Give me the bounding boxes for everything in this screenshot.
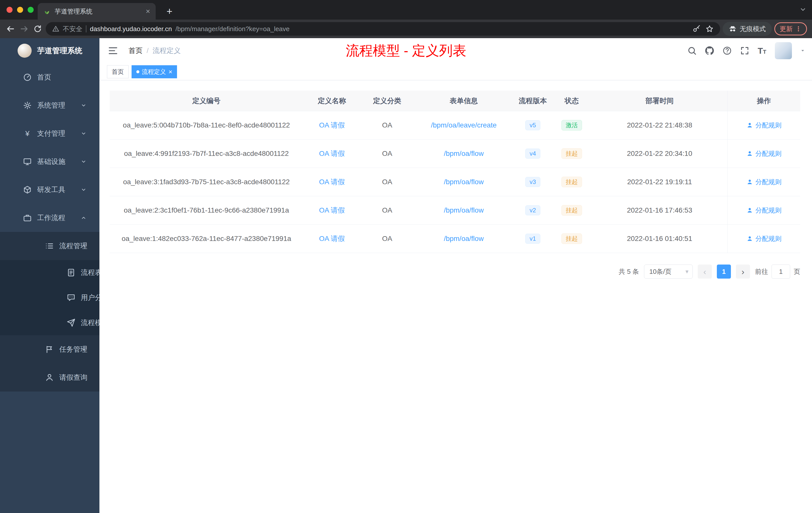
definition-name-link[interactable]: OA 请假 [319, 234, 345, 243]
sidebar-item-process-form[interactable]: 流程表单 [0, 260, 99, 285]
chevron-down-icon [81, 187, 86, 192]
list-icon [45, 242, 54, 250]
table-row: oa_leave:2:3c1f0ef1-76b1-11ec-9c66-a2380… [110, 196, 800, 224]
pagination-total: 共 5 条 [619, 267, 639, 276]
incognito-badge: 无痕模式 [723, 22, 772, 36]
bookmark-star-icon[interactable] [705, 25, 714, 33]
github-icon[interactable] [705, 46, 714, 55]
table-row: oa_leave:4:991f2193-7b7f-11ec-a3c8-acde4… [110, 140, 800, 168]
browser-window: 芋道管理系统 × + 不安全 dashboard.yudao.iocoder.c… [0, 0, 812, 513]
assign-rule-button[interactable]: 分配规则 [747, 206, 782, 215]
user-icon [747, 179, 753, 185]
search-icon[interactable] [688, 46, 696, 55]
breadcrumb-home[interactable]: 首页 [128, 46, 143, 56]
new-tab-button[interactable]: + [163, 4, 176, 18]
page-size-select[interactable]: 10条/页 ▾ [644, 265, 693, 279]
sidebar-item-infrastructure[interactable]: 基础设施 [0, 148, 99, 176]
version-tag: v4 [525, 149, 540, 159]
tag-home[interactable]: 首页 [107, 65, 128, 78]
browser-tab[interactable]: 芋道管理系统 × [38, 3, 156, 20]
form-link[interactable]: /bpm/oa/flow [444, 206, 484, 214]
fullscreen-icon[interactable] [740, 46, 749, 55]
assign-rule-label: 分配规则 [755, 121, 782, 130]
sidebar-item-leave-query[interactable]: 请假查询 [0, 363, 99, 392]
assign-rule-button[interactable]: 分配规则 [747, 178, 782, 186]
forward-icon[interactable] [19, 23, 30, 34]
sidebar-item-system[interactable]: 系统管理 [0, 91, 99, 119]
maximize-window-button[interactable] [28, 7, 34, 13]
sidebar-item-task-management[interactable]: 任务管理 [0, 335, 99, 363]
status-badge: 激活 [561, 120, 582, 130]
incognito-label: 无痕模式 [740, 25, 766, 33]
definition-name-link[interactable]: OA 请假 [319, 206, 345, 215]
kebab-menu-icon[interactable] [795, 26, 802, 32]
assign-rule-button[interactable]: 分配规则 [747, 234, 782, 243]
chevron-down-icon [81, 131, 86, 136]
cell-definition-id: oa_leave:5:004b710b-7b8a-11ec-8ef0-acde4… [110, 111, 303, 140]
definition-name-link[interactable]: OA 请假 [319, 120, 345, 130]
cell-deploy-time: 2022-01-16 17:46:53 [592, 196, 727, 224]
page-number-button[interactable]: 1 [717, 265, 731, 279]
favicon-leaf-icon [43, 7, 51, 15]
back-icon[interactable] [5, 23, 16, 34]
close-window-button[interactable] [6, 7, 12, 13]
assign-rule-button[interactable]: 分配规则 [747, 149, 782, 158]
column-header: 定义分类 [361, 91, 413, 111]
tab-close-icon[interactable]: × [146, 7, 150, 15]
cube-icon [23, 185, 32, 194]
form-link[interactable]: /bpm/oa/leave/create [431, 121, 497, 129]
paper-plane-icon [67, 319, 75, 327]
form-link[interactable]: /bpm/oa/flow [444, 178, 484, 186]
sidebar-item-user-group[interactable]: 用户分组 [0, 285, 99, 310]
prev-page-button[interactable]: ‹ [698, 265, 712, 279]
avatar-caret-down-icon[interactable] [801, 49, 805, 53]
status-badge: 挂起 [561, 205, 582, 216]
monitor-icon [23, 157, 32, 166]
select-caret-down-icon: ▾ [686, 268, 689, 275]
browser-tabstrip: 芋道管理系统 × + [0, 0, 812, 20]
form-link[interactable]: /bpm/oa/flow [444, 150, 484, 158]
cell-category: OA [361, 196, 413, 224]
cell-definition-id: oa_leave:1:482ec033-762a-11ec-8477-a2380… [110, 224, 303, 253]
navbar-actions: TT [688, 38, 805, 63]
tab-search-chevron-icon[interactable] [800, 6, 807, 13]
yen-icon: ¥ [23, 129, 32, 138]
update-button[interactable]: 更新 [774, 22, 807, 35]
incognito-icon [729, 25, 737, 33]
column-header: 定义名称 [303, 91, 361, 111]
sidebar-item-workflow[interactable]: 工作流程 [0, 204, 99, 232]
active-dot [136, 70, 139, 73]
next-page-button[interactable]: › [736, 265, 750, 279]
chevron-up-icon [81, 215, 86, 221]
sidebar-item-process-model[interactable]: 流程模型 [0, 310, 99, 335]
cell-category: OA [361, 111, 413, 140]
definition-name-link[interactable]: OA 请假 [319, 149, 345, 158]
goto-page-input[interactable] [772, 265, 790, 279]
navbar: 首页 / 流程定义 流程模型 - 定义列表 TT [99, 38, 812, 63]
tag-close-icon[interactable]: × [169, 68, 172, 75]
chevron-up-icon [81, 243, 86, 249]
chevron-down-icon [81, 346, 86, 352]
form-link[interactable]: /bpm/oa/flow [444, 235, 484, 243]
user-avatar[interactable] [775, 42, 792, 59]
assign-rule-label: 分配规则 [755, 149, 782, 158]
definition-name-link[interactable]: OA 请假 [319, 177, 345, 187]
key-icon[interactable] [693, 25, 700, 33]
version-tag: v1 [525, 234, 540, 244]
version-tag: v5 [525, 120, 540, 130]
reload-icon[interactable] [32, 23, 43, 34]
assign-rule-button[interactable]: 分配规则 [747, 121, 782, 130]
sidebar-collapse-icon[interactable] [108, 45, 118, 56]
minimize-window-button[interactable] [17, 7, 23, 13]
sidebar-item-home[interactable]: 首页 [0, 63, 99, 91]
address-bar[interactable]: 不安全 dashboard.yudao.iocoder.cn /bpm/mana… [46, 22, 720, 36]
sidebar-item-devtools[interactable]: 研发工具 [0, 176, 99, 204]
breadcrumb: 首页 / 流程定义 [128, 38, 181, 63]
sidebar: 芋道管理系统 首页 系统管理 ¥ 支付管理 基础设施 研发工具 [0, 38, 99, 513]
sidebar-item-payment[interactable]: ¥ 支付管理 [0, 119, 99, 148]
sidebar-item-process-management[interactable]: 流程管理 [0, 232, 99, 260]
font-size-icon[interactable]: TT [758, 47, 766, 55]
help-icon[interactable] [723, 46, 732, 55]
tag-process-definition[interactable]: 流程定义 × [132, 65, 177, 78]
omnibox-actions [693, 25, 714, 33]
